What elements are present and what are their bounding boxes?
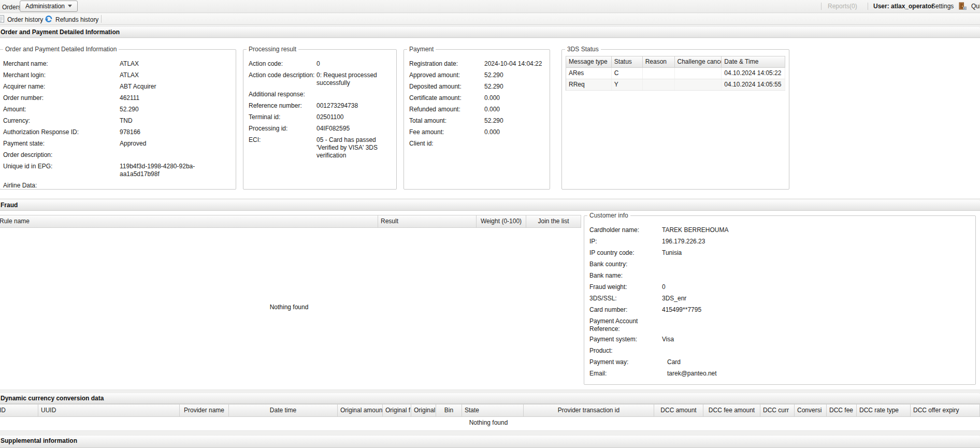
- column-header: Provider transaction id: [524, 404, 654, 417]
- dcc-table-header: ID UUID Provider name Date time Original…: [0, 404, 980, 417]
- column-header: DCC amount: [654, 404, 703, 417]
- field-value: 119b4f3d-1998-4280-92ba-aa1a5d17b98f: [120, 163, 233, 178]
- field-label: Payment state:: [3, 140, 120, 148]
- field-value: 0.000: [484, 128, 546, 136]
- field-row: Approved amount:52.290: [409, 71, 546, 79]
- field-label: Action code:: [249, 60, 316, 68]
- column-header: Rule name: [0, 215, 378, 228]
- field-value: 0.000: [484, 94, 546, 102]
- field-row: Reference number:001273294738: [249, 102, 393, 110]
- settings-link[interactable]: Settings: [931, 3, 954, 10]
- field-value: Tunisia: [662, 249, 972, 257]
- current-user-label: User: atlax_operator: [873, 3, 934, 10]
- field-label: Total amount:: [409, 117, 484, 125]
- table-row[interactable]: RReq Y 04.10.2024 14:05:55: [566, 79, 785, 91]
- field-value: 52.290: [120, 106, 233, 113]
- order-history-button[interactable]: Order history: [0, 15, 43, 24]
- field-value: 52.290: [484, 71, 546, 79]
- tab-administration[interactable]: Administration: [20, 1, 78, 12]
- cell-message-type: RReq: [566, 79, 612, 90]
- column-header: Original c: [411, 404, 436, 417]
- field-row: Client id:: [409, 140, 546, 148]
- field-row: Airline Data:: [3, 182, 233, 190]
- dcc-table-empty: Nothing found: [0, 417, 980, 431]
- field-label: Merchant login:: [3, 71, 120, 79]
- field-label: IP country code:: [589, 249, 662, 257]
- section-dcc: Dynamic currency conversion data: [0, 393, 980, 404]
- field-row: Authorization Response ID:978166: [3, 128, 233, 136]
- field-row: Processing id:04IF082595: [249, 125, 393, 133]
- field-row: Card number:415499**7795: [589, 306, 972, 314]
- field-label: Bank name:: [589, 272, 662, 280]
- field-label: Payment system:: [589, 336, 662, 343]
- field-row: Bank country:: [589, 261, 972, 268]
- customer-info-fieldset: Customer info Cardholder name:TAREK BERR…: [584, 212, 976, 385]
- three-ds-table: Message type Status Reason Challenge can…: [566, 56, 785, 91]
- column-header: Status: [612, 56, 643, 68]
- field-value: Card: [662, 358, 972, 366]
- field-label: Order number:: [3, 94, 120, 102]
- field-row: Refunded amount:0.000: [409, 106, 546, 113]
- field-value: ATLAX: [120, 60, 233, 68]
- order-details-legend: Order and Payment Detailed Information: [3, 46, 119, 53]
- top-menu-bar: Orders Administration Reports(0) User: a…: [0, 0, 980, 13]
- fraud-table-header: Rule name Result Weight (0-100) Join the…: [0, 215, 581, 228]
- field-label: Acquirer name:: [3, 83, 120, 91]
- field-label: Airline Data:: [3, 182, 120, 190]
- field-label: Additional response:: [249, 91, 316, 98]
- cell-reason: [643, 68, 675, 79]
- field-row: Action code:0: [249, 60, 393, 68]
- field-value: 05 - Card has passed 'Verified by VISA' …: [316, 136, 393, 160]
- field-value: 04IF082595: [316, 125, 393, 133]
- fraud-panel: Rule name Result Weight (0-100) Join the…: [0, 211, 980, 390]
- quit-link[interactable]: Quit: [971, 3, 980, 10]
- tab-administration-label: Administration: [25, 3, 65, 10]
- document-icon: [0, 15, 5, 24]
- field-label: Client id:: [409, 140, 484, 148]
- field-row: Deposited amount:52.290: [409, 83, 546, 91]
- processing-result-legend: Processing result: [247, 46, 298, 53]
- column-header: DCC rate type: [857, 404, 911, 417]
- field-row: Merchant name:ATLAX: [3, 60, 233, 68]
- fraud-table-empty: Nothing found: [0, 228, 581, 386]
- field-row: Cardholder name:TAREK BERREHOUMA: [589, 226, 972, 234]
- actions-toolbar: Order history Refunds history: [0, 13, 980, 25]
- table-row[interactable]: ARes C 04.10.2024 14:05:22: [566, 68, 785, 79]
- refunds-history-button[interactable]: Refunds history: [45, 15, 98, 24]
- three-ds-table-header: Message type Status Reason Challenge can…: [566, 56, 785, 68]
- field-row: IP:196.179.226.23: [589, 238, 972, 245]
- field-row: Certificate amount:0.000: [409, 94, 546, 102]
- refund-arrow-icon: [45, 15, 53, 24]
- field-label: 3DS/SSL:: [589, 295, 662, 302]
- field-row: Merchant login:ATLAX: [3, 71, 233, 79]
- field-value: 415499**7795: [662, 306, 972, 314]
- order-history-label: Order history: [7, 16, 43, 23]
- toolbar-divider: [101, 15, 102, 23]
- field-row: Registration date:2024-10-04 14:04:22: [409, 60, 546, 68]
- field-label: Refunded amount:: [409, 106, 484, 113]
- column-header: Bin: [436, 404, 462, 417]
- reports-link[interactable]: Reports(0): [828, 3, 857, 10]
- field-value: 0: [662, 283, 972, 291]
- topbar-divider: [868, 3, 868, 10]
- order-payment-panel: Order and Payment Detailed Information M…: [0, 38, 980, 199]
- field-row: Currency:TND: [3, 117, 233, 125]
- field-value: 52.290: [484, 117, 546, 125]
- column-header: Weight (0-100): [477, 215, 526, 228]
- exit-door-icon: [958, 2, 967, 12]
- field-row: Payment Account Reference:: [589, 317, 972, 333]
- field-row: Amount:52.290: [3, 106, 233, 113]
- field-row: Payment way:Card: [589, 358, 972, 366]
- field-label: Registration date:: [409, 60, 484, 68]
- field-row: Terminal id:02501100: [249, 113, 393, 121]
- field-row: Order number:462111: [3, 94, 233, 102]
- field-label: Fee amount:: [409, 128, 484, 136]
- field-value: ATLAX: [120, 71, 233, 79]
- field-value: ABT Acquirer: [120, 83, 233, 91]
- section-supplemental: Supplemental information: [0, 435, 980, 448]
- empty-state-text: Nothing found: [270, 304, 309, 311]
- customer-info-legend: Customer info: [587, 212, 630, 219]
- column-header: State: [462, 404, 524, 417]
- field-value: 0.000: [484, 106, 546, 113]
- field-label: Order description:: [3, 151, 120, 159]
